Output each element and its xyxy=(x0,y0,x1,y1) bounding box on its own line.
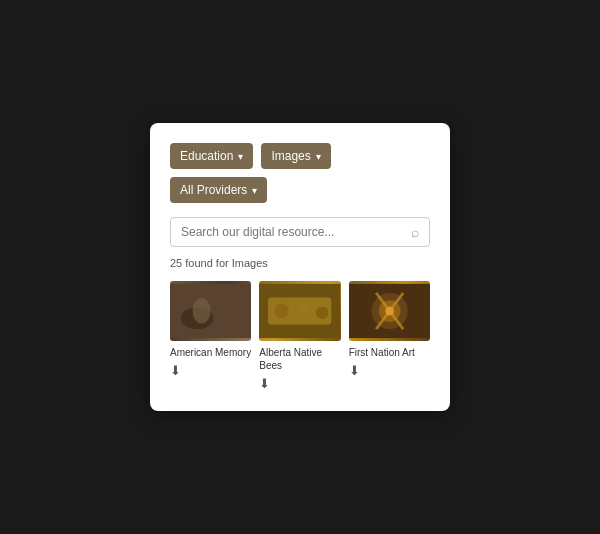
education-chevron-icon: ▾ xyxy=(238,151,243,162)
filters-row: Education ▾ Images ▾ All Providers ▾ xyxy=(170,143,430,203)
american-memory-label: American Memory xyxy=(170,346,251,359)
images-filter-button[interactable]: Images ▾ xyxy=(261,143,330,169)
list-item: American Memory ⬇ xyxy=(170,281,251,391)
svg-point-2 xyxy=(193,298,211,323)
search-bar: ⌕ xyxy=(170,217,430,247)
svg-point-6 xyxy=(275,304,289,318)
alberta-bees-label: Alberta Native Bees xyxy=(259,346,340,372)
images-chevron-icon: ▾ xyxy=(316,151,321,162)
download-icon: ⬇ xyxy=(170,363,181,378)
download-icon: ⬇ xyxy=(259,376,270,391)
search-input[interactable] xyxy=(181,225,411,239)
image-grid: American Memory ⬇ Alberta Native Bees ⬇ xyxy=(170,281,430,391)
alberta-bees-download-button[interactable]: ⬇ xyxy=(259,376,340,391)
alberta-bees-thumbnail xyxy=(259,281,340,341)
list-item: Alberta Native Bees ⬇ xyxy=(259,281,340,391)
education-filter-label: Education xyxy=(180,149,233,163)
list-item: First Nation Art ⬇ xyxy=(349,281,430,391)
providers-filter-button[interactable]: All Providers ▾ xyxy=(170,177,267,203)
search-icon: ⌕ xyxy=(411,224,419,240)
first-nation-label: First Nation Art xyxy=(349,346,430,359)
first-nation-download-button[interactable]: ⬇ xyxy=(349,363,430,378)
images-filter-label: Images xyxy=(271,149,310,163)
svg-point-7 xyxy=(299,304,310,315)
results-count: 25 found for Images xyxy=(170,257,430,269)
svg-point-14 xyxy=(385,306,394,315)
svg-point-8 xyxy=(316,306,329,319)
providers-chevron-icon: ▾ xyxy=(252,185,257,196)
providers-filter-label: All Providers xyxy=(180,183,247,197)
american-memory-download-button[interactable]: ⬇ xyxy=(170,363,251,378)
american-memory-thumbnail xyxy=(170,281,251,341)
first-nation-thumbnail xyxy=(349,281,430,341)
education-filter-button[interactable]: Education ▾ xyxy=(170,143,253,169)
search-panel: Education ▾ Images ▾ All Providers ▾ ⌕ 2… xyxy=(150,123,450,411)
download-icon: ⬇ xyxy=(349,363,360,378)
